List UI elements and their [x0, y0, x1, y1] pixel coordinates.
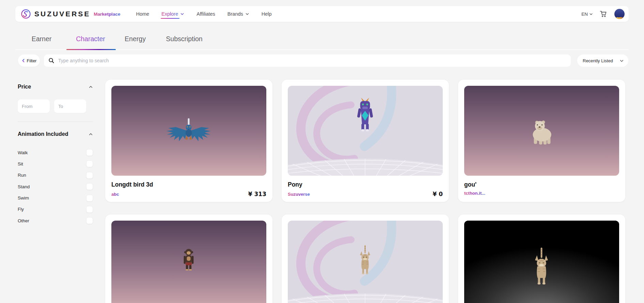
cart-button[interactable]: [600, 10, 608, 18]
product-card-pony[interactable]: Pony Suzuverse ¥ 0: [282, 80, 449, 202]
card-title: gou': [464, 181, 619, 188]
language-selector[interactable]: EN: [581, 12, 593, 17]
product-card-row2-2[interactable]: [282, 214, 449, 303]
search-bar: [44, 54, 571, 67]
nav-link-help[interactable]: Help: [262, 11, 272, 17]
chevron-left-icon: [21, 59, 25, 63]
character-preview-bear: [464, 86, 619, 176]
checkbox-run[interactable]: [86, 172, 93, 179]
price-from-input[interactable]: [18, 99, 50, 113]
checkbox-other[interactable]: [86, 217, 93, 224]
card-meta: tcthon.it...: [464, 191, 619, 196]
card-author[interactable]: tcthon.it...: [464, 191, 485, 196]
nav-label: Explore: [161, 11, 178, 17]
sort-label: Recently Listed: [583, 58, 613, 63]
option-row-sit: Sit: [18, 160, 93, 167]
option-label: Run: [18, 173, 26, 178]
character-preview-pony: [288, 86, 443, 176]
option-label: Fly: [18, 207, 24, 212]
tab-label: Energy: [125, 35, 146, 43]
checkbox-sit[interactable]: [86, 160, 93, 167]
option-row-swim: Swim: [18, 195, 93, 202]
tab-subscription[interactable]: Subscription: [166, 35, 202, 43]
tab-label: Earner: [32, 35, 52, 43]
search-input[interactable]: [58, 58, 571, 64]
filter-button[interactable]: Filter: [18, 54, 40, 67]
nav-label: Brands: [227, 11, 243, 17]
option-row-run: Run: [18, 172, 93, 179]
character-preview-cat-dark: [464, 221, 619, 303]
price-section-header: Price: [18, 83, 93, 91]
card-price: ¥ 0: [433, 191, 443, 197]
option-row-other: Other: [18, 217, 93, 224]
option-label: Other: [18, 218, 29, 223]
tab-label: Subscription: [166, 35, 202, 43]
character-preview-monkey: [111, 221, 266, 303]
tab-earner[interactable]: Earner: [32, 35, 52, 43]
tab-label: Character: [76, 35, 105, 43]
tab-energy[interactable]: Energy: [125, 35, 146, 43]
animation-options: Walk Sit Run Stand Swim Fly Other: [18, 149, 93, 224]
card-title: Pony: [288, 181, 443, 188]
navbar-right: EN: [581, 9, 625, 19]
brand-suffix: Marketplace: [94, 12, 120, 17]
filters-sidebar: Price Animation Included Walk Sit Run St…: [18, 83, 93, 224]
checkbox-fly[interactable]: [86, 206, 93, 213]
price-section-title: Price: [18, 84, 31, 90]
product-card-row2-3[interactable]: [458, 214, 625, 303]
tab-character[interactable]: Character: [76, 35, 105, 43]
search-icon: [48, 58, 54, 64]
option-label: Sit: [18, 161, 23, 166]
chevron-up-icon[interactable]: [89, 85, 93, 89]
card-meta: Suzuverse ¥ 0: [288, 191, 443, 197]
chevron-down-icon: [619, 59, 624, 63]
nav-label: Help: [262, 11, 272, 17]
animation-section-header: Animation Included: [18, 130, 93, 138]
card-title: Longdt bird 3d: [111, 181, 266, 188]
product-card-gou[interactable]: gou' tcthon.it...: [458, 80, 625, 202]
top-navbar: SUZUVERSE Marketplace Home Explore Affil…: [15, 6, 629, 22]
nav-label: Affiliates: [197, 11, 215, 17]
brand-name: SUZUVERSE: [34, 10, 90, 18]
language-label: EN: [581, 12, 588, 17]
option-label: Walk: [18, 150, 28, 155]
option-row-walk: Walk: [18, 149, 93, 156]
option-label: Swim: [18, 195, 29, 201]
card-author[interactable]: Suzuverse: [288, 192, 310, 197]
chevron-down-icon: [245, 12, 249, 16]
option-row-stand: Stand: [18, 183, 93, 190]
card-author[interactable]: abc: [111, 192, 119, 197]
main-nav: Home Explore Affiliates Brands Help: [136, 11, 271, 17]
sort-dropdown[interactable]: Recently Listed: [577, 54, 628, 67]
brand-logo[interactable]: SUZUVERSE Marketplace: [21, 9, 120, 19]
checkbox-swim[interactable]: [86, 195, 93, 202]
character-preview-bird: [111, 86, 266, 176]
price-to-input[interactable]: [54, 99, 86, 113]
option-row-fly: Fly: [18, 206, 93, 213]
option-label: Stand: [18, 184, 30, 189]
suzuverse-logo-icon: [21, 9, 31, 19]
nav-label: Home: [136, 11, 149, 17]
animation-section-title: Animation Included: [18, 131, 68, 137]
price-range-inputs: [18, 99, 93, 113]
active-tab-underline: [66, 49, 116, 50]
card-price: ¥ 313: [248, 191, 266, 197]
user-avatar[interactable]: [614, 9, 625, 19]
checkbox-walk[interactable]: [86, 149, 93, 156]
character-preview-cat-light: [288, 221, 443, 303]
cart-icon: [600, 10, 608, 18]
nav-link-home[interactable]: Home: [136, 11, 149, 17]
nav-link-affiliates[interactable]: Affiliates: [197, 11, 215, 17]
sidebar-divider: [18, 122, 93, 122]
card-meta: abc ¥ 313: [111, 191, 266, 197]
product-card-longdt-bird[interactable]: Longdt bird 3d abc ¥ 313: [105, 80, 272, 202]
nav-link-brands[interactable]: Brands: [227, 11, 249, 17]
checkbox-stand[interactable]: [86, 183, 93, 190]
chevron-down-icon: [180, 12, 184, 16]
chevron-up-icon[interactable]: [89, 132, 93, 137]
chevron-down-icon: [589, 12, 593, 16]
nav-link-explore[interactable]: Explore: [161, 11, 184, 17]
product-card-row2-1[interactable]: [105, 214, 272, 303]
filter-label: Filter: [27, 58, 37, 63]
